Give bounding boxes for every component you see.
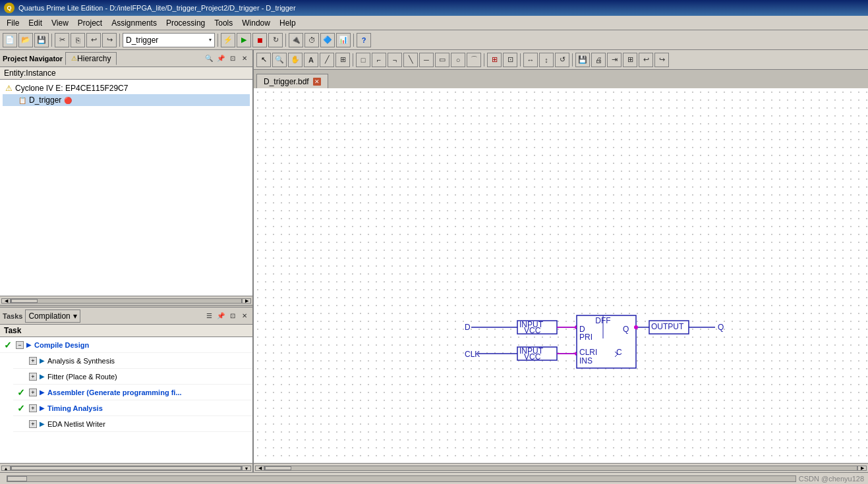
schema-bend2-btn[interactable]: ¬ [388, 53, 402, 67]
schema-print-btn[interactable]: 🖨 [591, 53, 606, 67]
task-row-timing[interactable]: ✓ + ▶ Timing Analysis [13, 400, 252, 416]
tasks-detach-button[interactable]: ⊡ [227, 311, 238, 321]
task-expander-compile[interactable]: − [16, 341, 24, 349]
signaltap-button[interactable]: 📊 [336, 33, 351, 47]
tab-close-button[interactable]: ✕ [313, 78, 321, 86]
schema-wire-mode-btn[interactable]: ⊞ [335, 53, 350, 67]
menu-project[interactable]: Project [74, 17, 106, 29]
schema-hand-btn[interactable]: ✋ [288, 53, 303, 67]
stop-button[interactable]: ⏹ [252, 33, 267, 47]
schema-comp-btn[interactable]: ⊞ [623, 53, 637, 67]
schema-rect-btn[interactable]: □ [356, 53, 370, 67]
programmer-button[interactable]: 🔌 [289, 33, 303, 47]
task-row-assembler[interactable]: ✓ + ▶ Assembler (Generate programming fi… [13, 385, 252, 400]
tasks-scroll-track[interactable] [11, 466, 242, 471]
schema-zoom-btn[interactable]: 🔍 [272, 53, 287, 67]
nav-tab-hierarchy[interactable]: ⚠ Hierarchy [65, 52, 117, 65]
help-button[interactable]: ? [357, 33, 371, 47]
window-title: Quartus Prime Lite Edition - D:/intelFPG… [18, 4, 296, 12]
nav-content[interactable]: ⚠ Cyclone IV E: EP4CE115F29C7 📋 D_trigge… [0, 80, 252, 296]
compilation-dropdown[interactable]: Compilation ▾ [25, 309, 80, 323]
task-row-eda[interactable]: + ▶ EDA Netlist Writer [13, 416, 252, 432]
schema-mirror-h-btn[interactable]: ↔ [523, 53, 538, 67]
schema-scroll-track[interactable] [264, 466, 857, 471]
editor-tab-dtrigger[interactable]: D_trigger.bdf ✕ [256, 74, 328, 88]
recompile-button[interactable]: ↻ [268, 33, 283, 47]
nav-item-entity[interactable]: 📋 D_trigger 🔴 [3, 94, 250, 106]
undo-button[interactable]: ↩ [86, 33, 101, 47]
schema-arc-btn[interactable]: ⌒ [467, 53, 481, 67]
menu-tools[interactable]: Tools [210, 17, 237, 29]
tasks-scrollbar[interactable]: ▲ ▼ [0, 463, 252, 472]
compile-button[interactable]: ▶ [237, 33, 251, 47]
nav-search-button[interactable]: 🔍 [204, 53, 214, 64]
schema-wire-btn[interactable]: ╱ [320, 53, 334, 67]
task-row-compile[interactable]: ✓ − ▶ Compile Design [0, 337, 252, 353]
rtl-button[interactable]: 🔷 [320, 33, 335, 47]
save-button[interactable]: 💾 [34, 33, 49, 47]
tasks-close-button[interactable]: ✕ [239, 311, 250, 321]
menu-processing[interactable]: Processing [162, 17, 209, 29]
menu-edit[interactable]: Edit [24, 17, 46, 29]
entity-dropdown[interactable]: D_trigger ▾ [123, 33, 215, 47]
task-expander-analysis[interactable]: + [29, 357, 37, 365]
nav-detach-button[interactable]: ⊡ [227, 53, 238, 64]
task-text-timing: Timing Analysis [47, 404, 103, 412]
cut-button[interactable]: ✂ [55, 33, 69, 47]
schema-select-btn[interactable]: ↖ [256, 53, 271, 67]
task-expander-timing[interactable]: + [29, 404, 37, 412]
schema-redo2-btn[interactable]: ↪ [654, 53, 669, 67]
schema-ellipse-btn[interactable]: ○ [451, 53, 465, 67]
redo-button[interactable]: ↪ [102, 33, 117, 47]
schema-bend-btn[interactable]: ⌐ [372, 53, 386, 67]
tab-bar: D_trigger.bdf ✕ [254, 70, 868, 88]
menu-bar: File Edit View Project Assignments Proce… [0, 16, 868, 30]
analyze-button[interactable]: ⚡ [221, 33, 235, 47]
copy-button[interactable]: ⎘ [71, 33, 85, 47]
schema-node-btn[interactable]: ⊞ [487, 53, 502, 67]
menu-assignments[interactable]: Assignments [107, 17, 161, 29]
task-status-analysis [16, 356, 26, 366]
nav-item-device[interactable]: ⚠ Cyclone IV E: EP4CE115F29C7 [3, 82, 250, 94]
schema-diagonal-btn[interactable]: ╲ [403, 53, 418, 67]
menu-view[interactable]: View [47, 17, 72, 29]
nav-pin-button[interactable]: 📌 [216, 53, 226, 64]
task-expander-eda[interactable]: + [29, 420, 37, 428]
nav-close-button[interactable]: ✕ [239, 53, 250, 64]
nav-sub-header: Entity:Instance [0, 67, 252, 80]
schema-save2-btn[interactable]: 💾 [575, 53, 590, 67]
status-scrollbar[interactable] [7, 475, 796, 482]
schema-canvas[interactable]: D INPUT VCC CLK INPUT VCC [254, 88, 868, 463]
menu-window[interactable]: Window [238, 17, 274, 29]
task-row-fitter[interactable]: + ▶ Fitter (Place & Route) [13, 369, 252, 385]
nav-title: Project Navigator [3, 55, 63, 63]
tasks-scroll-down[interactable]: ▼ [242, 466, 251, 471]
tasks-scroll-up[interactable]: ▲ [1, 466, 11, 471]
schema-rotate-btn[interactable]: ↺ [555, 53, 569, 67]
scroll-left-btn[interactable]: ◀ [1, 298, 11, 304]
tasks-grid-button[interactable]: ☰ [204, 311, 214, 321]
menu-help[interactable]: Help [275, 17, 300, 29]
scrollbar-track[interactable] [11, 298, 242, 304]
schema-undo2-btn[interactable]: ↩ [639, 53, 653, 67]
task-expander-fitter[interactable]: + [29, 373, 37, 381]
schema-text-btn[interactable]: A [304, 53, 318, 67]
schema-line-btn[interactable]: ─ [419, 53, 434, 67]
scroll-right-btn[interactable]: ▶ [242, 298, 251, 304]
nav-header-icons: 🔍 📌 ⊡ ✕ [204, 53, 250, 64]
schema-mirror-v-btn[interactable]: ↕ [539, 53, 554, 67]
schema-rect2-btn[interactable]: ▭ [435, 53, 449, 67]
schema-scroll-right[interactable]: ▶ [857, 466, 867, 471]
timing-button[interactable]: ⏱ [304, 33, 319, 47]
menu-file[interactable]: File [3, 17, 23, 29]
open-file-button[interactable]: 📂 [18, 33, 33, 47]
tasks-pin-button[interactable]: 📌 [216, 311, 226, 321]
task-text-analysis: Analysis & Synthesis [47, 357, 115, 365]
schema-bus-btn[interactable]: ⊡ [503, 53, 517, 67]
schema-scroll-left[interactable]: ◀ [255, 466, 264, 471]
new-file-button[interactable]: 📄 [3, 33, 17, 47]
schema-port-btn[interactable]: ⇥ [607, 53, 622, 67]
task-row-analysis[interactable]: + ▶ Analysis & Synthesis [13, 353, 252, 369]
task-expander-assembler[interactable]: + [29, 389, 37, 396]
svg-text:INS: INS [579, 356, 593, 365]
